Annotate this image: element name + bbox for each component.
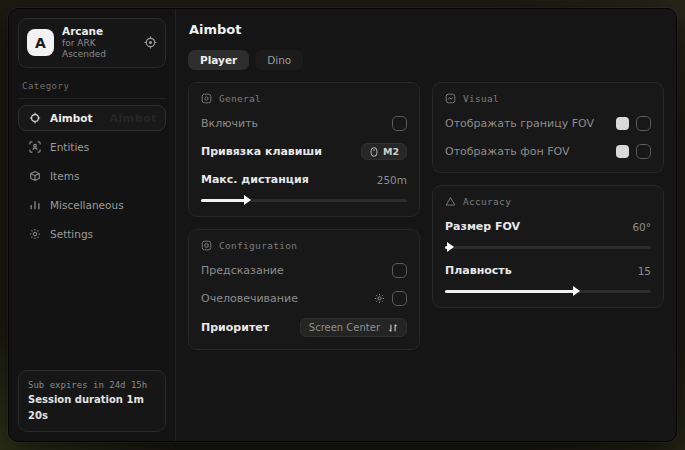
tab-player[interactable]: Player — [188, 50, 249, 70]
scan-person-icon — [28, 141, 41, 153]
crosshair-target-icon[interactable] — [144, 36, 157, 49]
prediction-checkbox[interactable] — [392, 263, 407, 278]
app-logo: A — [27, 29, 54, 56]
app-window: A Arcane for ARK Ascended Category — [8, 8, 677, 442]
priority-dropdown[interactable]: Screen Center — [300, 318, 407, 337]
sidebar-item-label: Settings — [50, 228, 93, 240]
bars-chart-icon — [28, 199, 41, 211]
setting-row-humanization: Очеловечивание — [201, 290, 407, 307]
setting-row-keybind: Привязка клавиши M2 — [201, 143, 407, 160]
humanization-gear-icon[interactable] — [374, 293, 385, 304]
humanization-checkbox[interactable] — [392, 291, 407, 306]
app-subtitle: for ARK Ascended — [62, 38, 136, 61]
distance-label: Макс. дистанция — [201, 173, 309, 186]
sidebar-item-label: Entities — [50, 141, 89, 153]
setting-row-priority: Приоритет Screen Center — [201, 318, 407, 337]
sidebar-item-aimbot[interactable]: Aimbot Aimbot — [18, 105, 166, 131]
tab-bar: Player Dino — [188, 50, 664, 70]
card-title: Accuracy — [463, 196, 511, 207]
fov-border-color-swatch[interactable] — [616, 117, 629, 130]
visual-icon — [445, 93, 456, 104]
slider-thumb[interactable] — [447, 242, 454, 252]
card-title: General — [219, 93, 261, 104]
fov-size-slider[interactable] — [445, 243, 651, 251]
fov-size-value: 60° — [632, 221, 651, 233]
gear-icon — [28, 228, 41, 240]
sidebar-item-items[interactable]: Items — [18, 163, 166, 189]
fov-bg-label: Отображать фон FOV — [445, 145, 569, 158]
distance-value: 250m — [377, 174, 407, 186]
keybind-button[interactable]: M2 — [361, 143, 407, 160]
fov-bg-checkbox[interactable] — [636, 144, 651, 159]
setting-row-distance: Макс. дистанция 250m — [201, 171, 407, 188]
tab-dino[interactable]: Dino — [255, 50, 303, 70]
slider-thumb[interactable] — [244, 195, 251, 205]
main-content: Aimbot Player Dino General — [176, 9, 676, 441]
smoothness-slider[interactable] — [445, 287, 651, 295]
enable-checkbox[interactable] — [392, 116, 407, 131]
sidebar: A Arcane for ARK Ascended Category — [9, 9, 176, 441]
card-title: Configuration — [219, 240, 297, 251]
card-general: General Включить Привязка клавиши — [188, 82, 420, 217]
slider-thumb[interactable] — [573, 286, 580, 296]
card-accuracy: Accuracy Размер FOV 60° Плавность 15 — [432, 185, 664, 308]
mouse-icon — [369, 147, 379, 157]
card-configuration: Configuration Предсказание Очеловечивани… — [188, 229, 420, 350]
setting-row-enable: Включить — [201, 115, 407, 132]
crosshair-icon — [28, 112, 41, 124]
sidebar-nav: Aimbot Aimbot Entities Items — [18, 105, 166, 247]
setting-row-fov-border: Отображать границу FOV — [445, 115, 651, 132]
setting-row-smoothness: Плавность 15 — [445, 262, 651, 279]
list-sort-icon — [388, 323, 398, 333]
card-visual: Visual Отображать границу FOV Отображать… — [432, 82, 664, 173]
sidebar-divider — [18, 98, 166, 99]
fov-border-checkbox[interactable] — [636, 116, 651, 131]
sidebar-item-entities[interactable]: Entities — [18, 134, 166, 160]
general-icon — [201, 93, 212, 104]
setting-row-fov-size: Размер FOV 60° — [445, 218, 651, 235]
setting-row-fov-bg: Отображать фон FOV — [445, 143, 651, 160]
category-label: Category — [22, 81, 162, 91]
fov-size-label: Размер FOV — [445, 220, 520, 233]
sub-expires-text: Sub expires in 24d 15h — [28, 378, 156, 392]
keybind-label: Привязка клавиши — [201, 145, 322, 158]
sidebar-item-settings[interactable]: Settings — [18, 221, 166, 247]
smoothness-label: Плавность — [445, 264, 512, 277]
sidebar-item-label: Miscellaneous — [50, 199, 124, 211]
sidebar-ghost-label: Aimbot — [110, 111, 157, 124]
accuracy-icon — [445, 196, 456, 207]
sidebar-item-miscellaneous[interactable]: Miscellaneous — [18, 192, 166, 218]
prediction-label: Предсказание — [201, 264, 284, 277]
humanization-label: Очеловечивание — [201, 292, 298, 305]
card-title: Visual — [463, 93, 499, 104]
keybind-value: M2 — [383, 146, 399, 157]
session-duration-text: Session duration 1m 20s — [28, 392, 156, 424]
distance-slider[interactable] — [201, 196, 407, 204]
page-title: Aimbot — [189, 22, 664, 37]
smoothness-value: 15 — [638, 265, 651, 277]
fov-bg-color-swatch[interactable] — [616, 145, 629, 158]
sidebar-item-label: Items — [50, 170, 79, 182]
fov-border-label: Отображать границу FOV — [445, 117, 594, 130]
configuration-icon — [201, 240, 212, 251]
box-icon — [28, 170, 41, 182]
subscription-panel: Sub expires in 24d 15h Session duration … — [18, 370, 166, 432]
sidebar-header: A Arcane for ARK Ascended — [18, 18, 166, 68]
app-name: Arcane — [62, 25, 136, 38]
priority-value: Screen Center — [309, 322, 380, 333]
sidebar-item-label: Aimbot — [50, 112, 92, 124]
setting-row-prediction: Предсказание — [201, 262, 407, 279]
priority-label: Приоритет — [201, 321, 269, 334]
enable-label: Включить — [201, 117, 258, 130]
